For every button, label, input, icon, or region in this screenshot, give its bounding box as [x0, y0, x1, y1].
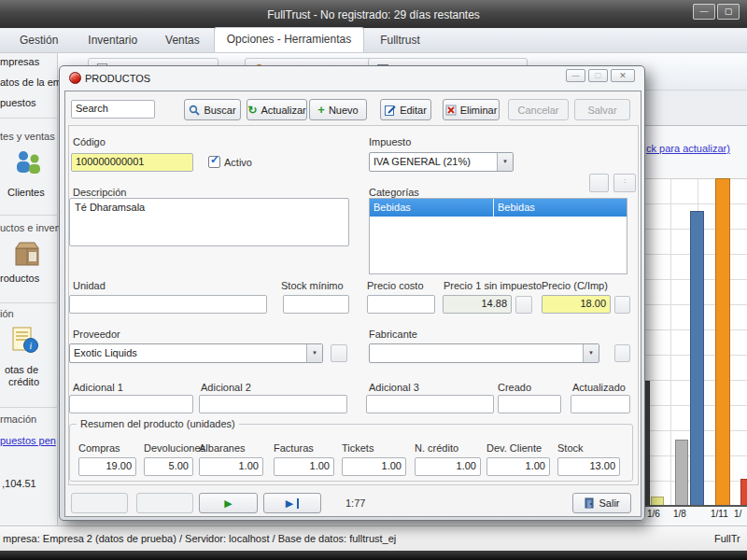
- sidebar-item-notas-credito-line1[interactable]: otas de: [5, 364, 38, 375]
- categoria-selected-row[interactable]: Bebidas Bebidas: [370, 199, 627, 217]
- cancelar-button[interactable]: Cancelar: [508, 99, 569, 120]
- categoria-options-button[interactable]: ∶: [613, 174, 636, 192]
- credit-note-icon[interactable]: i: [11, 327, 39, 355]
- codigo-field[interactable]: 100000000001: [71, 153, 193, 172]
- sidebar-item-clientes[interactable]: Clientes: [7, 187, 45, 198]
- proveedor-label: Proveedor: [73, 329, 120, 340]
- facturas-field[interactable]: 1.00: [274, 457, 334, 476]
- salir-label: Salir: [599, 497, 619, 509]
- productos-dialog: PRODUCTOS — ▢ ✕ Search Buscar ↻ Actualiz…: [59, 65, 645, 521]
- ncredito-field[interactable]: 1.00: [415, 457, 481, 476]
- adicional3-field[interactable]: [366, 395, 494, 413]
- nav-last-button[interactable]: ▶: [263, 493, 321, 513]
- actualizar-label: Actualizar: [261, 105, 305, 116]
- record-position: 1:77: [345, 497, 365, 509]
- chevron-down-icon[interactable]: ▼: [583, 344, 599, 362]
- sidebar-item-datos-empresa[interactable]: atos de la emp: [0, 77, 67, 88]
- proveedor-combobox[interactable]: Exotic Liquids ▼: [69, 343, 323, 363]
- actualizado-field[interactable]: [571, 395, 630, 413]
- fabricante-label: Fabricante: [369, 329, 417, 340]
- impuesto-combobox[interactable]: IVA GENERAL (21%) ▼: [369, 152, 514, 172]
- precio1-field[interactable]: 14.88: [443, 295, 512, 314]
- fabricante-options-button[interactable]: [614, 344, 630, 362]
- devoluciones-field[interactable]: 5.00: [144, 457, 193, 476]
- tab-fulltrust[interactable]: Fulltrust: [372, 29, 429, 52]
- salvar-button[interactable]: Salvar: [574, 99, 630, 120]
- chart-x-tick-label: 1/6: [647, 509, 660, 519]
- activo-label: Activo: [224, 157, 252, 168]
- chart-x-labels: 1/61/81/111/: [644, 509, 747, 522]
- precio1-options-button[interactable]: [515, 296, 532, 314]
- dialog-close-button[interactable]: ✕: [611, 69, 635, 82]
- categoria-add-button[interactable]: [589, 174, 609, 192]
- impuestos-pendientes-link[interactable]: puestos pen: [0, 435, 56, 446]
- clients-icon[interactable]: [13, 149, 43, 175]
- devcliente-field[interactable]: 1.00: [486, 457, 550, 476]
- search-input[interactable]: Search: [71, 100, 155, 119]
- salir-button[interactable]: Salir: [572, 493, 631, 513]
- dialog-titlebar[interactable]: PRODUCTOS — ▢ ✕: [60, 66, 644, 91]
- buscar-button[interactable]: Buscar: [184, 99, 241, 120]
- tab-inventario[interactable]: Inventario: [79, 29, 146, 52]
- sidebar-item-empresas[interactable]: mpresas: [0, 56, 39, 67]
- impuesto-value: IVA GENERAL (21%): [374, 156, 471, 167]
- tab-ventas[interactable]: Ventas: [157, 29, 208, 52]
- compras-field[interactable]: 19.00: [78, 457, 136, 476]
- sidebar-amount: ,104.51: [2, 478, 36, 489]
- update-chart-link[interactable]: ck para actualizar): [646, 143, 730, 154]
- albaranes-field[interactable]: 1.00: [199, 457, 263, 476]
- chevron-down-icon[interactable]: ▼: [306, 344, 322, 362]
- sidebar-separator: [0, 302, 58, 303]
- sidebar-item-productos[interactable]: roductos: [0, 273, 39, 284]
- tab-opciones-herramientas[interactable]: Opciones - Herramientas: [214, 27, 364, 52]
- fabricante-combobox[interactable]: ▼: [369, 343, 599, 363]
- descripcion-label: Descripción: [73, 187, 126, 198]
- editar-button[interactable]: Editar: [380, 99, 431, 120]
- stock-field[interactable]: 13.00: [557, 457, 620, 476]
- stock-minimo-field[interactable]: [283, 295, 349, 314]
- compras-label: Compras: [78, 442, 120, 454]
- unidad-label: Unidad: [73, 280, 106, 291]
- tab-gestion[interactable]: Gestión: [11, 29, 66, 52]
- products-box-icon[interactable]: [14, 241, 40, 267]
- adicional3-label: Adicional 3: [369, 382, 419, 393]
- unidad-field[interactable]: [69, 295, 267, 314]
- dialog-minimize-button[interactable]: —: [566, 69, 585, 82]
- eliminar-button[interactable]: Eliminar: [443, 99, 500, 120]
- descripcion-textarea[interactable]: Té Dharamsala: [69, 198, 349, 246]
- adicional1-field[interactable]: [69, 395, 193, 413]
- column-divider: [493, 199, 494, 217]
- chart-bar: [675, 440, 688, 505]
- categorias-list[interactable]: Bebidas Bebidas: [369, 198, 627, 274]
- sidebar-item-impuestos[interactable]: puestos: [0, 97, 36, 108]
- sidebar-item-notas-credito-line2[interactable]: crédito: [8, 376, 39, 387]
- window-maximize-button[interactable]: ▢: [717, 4, 740, 20]
- creado-field[interactable]: [498, 395, 561, 413]
- dialog-maximize-button[interactable]: ▢: [588, 69, 608, 82]
- categoria-name: Bebidas: [374, 202, 411, 213]
- proveedor-options-button[interactable]: [331, 344, 347, 362]
- chevron-down-icon[interactable]: ▼: [497, 153, 513, 171]
- resumen-title: Resumen del producto (unidades): [77, 418, 239, 429]
- precio1-label: Precio 1 sin impuesto: [444, 280, 542, 291]
- precio-costo-field[interactable]: [367, 295, 435, 314]
- nav-next-button[interactable]: ▶: [199, 493, 258, 513]
- facturas-label: Facturas: [274, 442, 314, 454]
- productos-app-icon: [69, 72, 81, 84]
- adicional2-field[interactable]: [199, 395, 347, 413]
- actualizar-button[interactable]: ↻ Actualizar: [247, 99, 307, 120]
- last-play-icon: ▶: [286, 497, 293, 510]
- search-icon: [189, 105, 200, 116]
- nuevo-label: Nuevo: [329, 105, 359, 116]
- svg-text:i: i: [30, 341, 33, 351]
- tickets-field[interactable]: 1.00: [342, 457, 406, 476]
- plus-icon: +: [317, 103, 325, 117]
- precio-cimp-field[interactable]: 18.00: [542, 295, 611, 314]
- nav-first-button[interactable]: [71, 493, 128, 513]
- window-titlebar[interactable]: FullTrust - No registrado: 29 días resta…: [0, 0, 747, 28]
- activo-checkbox[interactable]: ✓: [208, 156, 220, 168]
- window-minimize-button[interactable]: —: [693, 4, 715, 20]
- nav-previous-button[interactable]: [136, 493, 193, 513]
- precio-cimp-options-button[interactable]: [614, 296, 630, 314]
- nuevo-button[interactable]: + Nuevo: [309, 99, 367, 120]
